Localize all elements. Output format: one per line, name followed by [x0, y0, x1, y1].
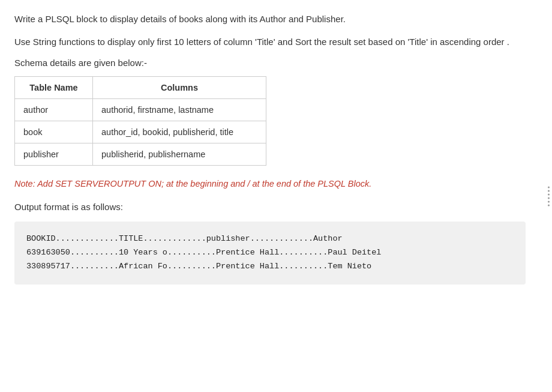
row-table-name: publisher: [15, 143, 93, 166]
row-table-name: author: [15, 99, 93, 121]
string-functions-text: Use String functions to display only fir…: [14, 35, 526, 49]
output-line-3: 330895717..........African Fo..........P…: [26, 260, 514, 274]
output-line-1: BOOKID.............TITLE.............pub…: [26, 232, 514, 246]
handle-dot: [548, 204, 550, 206]
table-row: book author_id, bookid, publisherid, tit…: [15, 121, 266, 143]
handle-dot: [548, 186, 550, 188]
table-row: author authorid, firstname, lastname: [15, 99, 266, 121]
table-row: publisher publisherid, publishername: [15, 143, 266, 166]
handle-dot: [548, 201, 550, 202]
intro-text: Write a PLSQL block to display details o…: [14, 12, 526, 26]
output-line-2: 639163050..........10 Years o..........P…: [26, 246, 514, 260]
note-text: Note: Add SET SERVEROUTPUT ON; at the be…: [14, 178, 526, 191]
row-columns: publisherid, publishername: [93, 143, 266, 166]
page-container: Write a PLSQL block to display details o…: [0, 0, 540, 309]
col-header-name: Table Name: [15, 77, 93, 99]
row-columns: authorid, firstname, lastname: [93, 99, 266, 121]
handle-dot: [548, 197, 550, 199]
side-handle[interactable]: [545, 182, 552, 210]
output-label: Output format is as follows:: [14, 202, 526, 212]
col-header-columns: Columns: [93, 77, 266, 99]
row-columns: author_id, bookid, publisherid, title: [93, 121, 266, 143]
row-table-name: book: [15, 121, 93, 143]
schema-label: Schema details are given below:-: [14, 58, 526, 68]
handle-dot: [548, 190, 550, 191]
output-box: BOOKID.............TITLE.............pub…: [14, 222, 526, 285]
schema-table: Table Name Columns author authorid, firs…: [14, 76, 266, 166]
handle-dot: [548, 193, 550, 195]
